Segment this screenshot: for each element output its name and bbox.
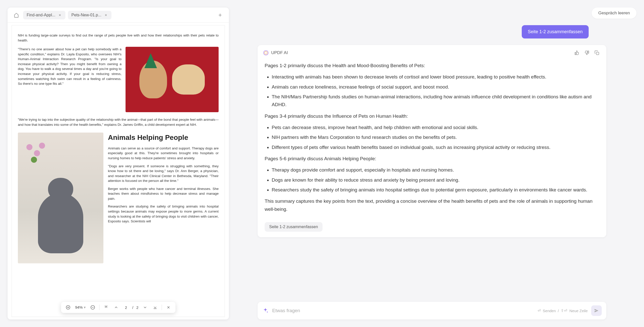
ai-list-2: Pets can decrease stress, improve heart … — [265, 124, 599, 151]
updf-ai-logo-icon — [263, 50, 269, 56]
close-controls-button[interactable] — [165, 304, 172, 311]
list-item: The NIH/Mars Partnership funds studies o… — [272, 93, 599, 109]
last-page-button[interactable] — [151, 304, 158, 311]
ai-list-3: Therapy dogs provide comfort and support… — [265, 166, 599, 194]
pdf-viewer-panel: Find-and-Appl... Pets-New-01.p... NIH is… — [8, 8, 229, 319]
tab-bar: Find-and-Appl... Pets-New-01.p... — [8, 8, 229, 23]
ai-section-intro: Pages 5-6 primarily discuss Animals Help… — [265, 155, 599, 162]
suggestion-chip[interactable]: Seite 1-2 zusammenfassen — [265, 222, 323, 232]
thumbs-down-icon — [584, 50, 589, 55]
tab-label: Find-and-Appl... — [27, 13, 55, 17]
ai-section-intro: Pages 3-4 primarily discuss the Influenc… — [265, 112, 599, 120]
tab-label: Pets-New-01.p... — [71, 13, 101, 17]
ai-list-1: Interacting with animals has been shown … — [265, 73, 599, 108]
prev-page-button[interactable] — [113, 304, 120, 311]
chevrons-up-icon — [104, 305, 108, 310]
user-message: Seite 1-2 zusammenfassen — [522, 25, 589, 38]
page-number-input[interactable] — [123, 305, 129, 310]
send-icon — [594, 308, 599, 313]
list-item: Interacting with animals has been shown … — [272, 73, 599, 81]
thumbs-up-button[interactable] — [573, 49, 581, 57]
keyboard-hints: ⏎Senden / ⇧⏎Neue Zeile — [538, 308, 588, 313]
chat-composer: ⏎Senden / ⇧⏎Neue Zeile — [258, 302, 606, 319]
list-item: Dogs are known for their ability to redu… — [272, 176, 599, 184]
chat-panel: Gespräch leeren Seite 1-2 zusammenfassen… — [229, 0, 644, 327]
page-total: 2 — [136, 305, 138, 310]
doc-para: Researchers are studying the safety of b… — [108, 204, 219, 224]
tab-pets-new[interactable]: Pets-New-01.p... — [68, 11, 111, 19]
clear-conversation-button[interactable]: Gespräch leeren — [592, 8, 636, 19]
svg-point-2 — [264, 51, 268, 55]
new-tab-button[interactable] — [216, 11, 224, 19]
list-item: Therapy dogs provide comfort and support… — [272, 166, 599, 174]
close-icon — [166, 305, 170, 309]
close-icon[interactable] — [104, 13, 108, 17]
copy-button[interactable] — [593, 49, 601, 57]
doc-intro: NIH is funding large-scale surveys to fi… — [18, 33, 219, 43]
copy-icon — [594, 50, 599, 55]
list-item: NIH partners with the Mars Corporation t… — [272, 133, 599, 141]
home-icon — [14, 13, 19, 18]
thumbs-down-button[interactable] — [583, 49, 591, 57]
close-icon[interactable] — [58, 13, 62, 17]
plus-circle-icon — [66, 305, 71, 310]
list-item: Pets can decrease stress, improve heart … — [272, 124, 599, 131]
zoom-in-button[interactable] — [65, 304, 72, 311]
chevron-up-icon — [114, 305, 118, 310]
doc-quote-1: "There's no one answer about how a pet c… — [18, 47, 122, 112]
minus-circle-icon — [90, 305, 95, 310]
tab-find-and-apply[interactable]: Find-and-Appl... — [23, 11, 65, 19]
document-viewport[interactable]: NIH is funding large-scale surveys to fi… — [8, 23, 229, 319]
doc-para: "Dogs are very present. If someone is st… — [108, 164, 219, 183]
ai-section-intro: Pages 1-2 primarily discuss the Health a… — [265, 62, 599, 69]
chat-input[interactable] — [272, 308, 534, 313]
cat-image — [18, 133, 103, 263]
ai-response-body: Pages 1-2 primarily discuss the Health a… — [258, 60, 606, 222]
doc-para: Animals can serve as a source of comfort… — [108, 146, 219, 161]
chevron-down-icon — [143, 305, 147, 310]
section-heading: Animals Helping People — [108, 133, 219, 143]
doc-para: Berger works with people who have cancer… — [108, 186, 219, 201]
first-page-button[interactable] — [103, 304, 110, 311]
page-controls: 94% ▾ / 2 — [61, 302, 176, 313]
doc-quote-2: "We're trying to tap into the subjective… — [18, 117, 219, 127]
list-item: Animals can reduce loneliness, increase … — [272, 83, 599, 91]
ai-response-card: UPDF AI Pages 1-2 primarily discuss the … — [258, 45, 606, 237]
list-item: Different types of pets offer various he… — [272, 143, 599, 151]
ai-closing: This summary captures the key points fro… — [265, 197, 599, 213]
page-sep: / — [132, 305, 133, 310]
zoom-level: 94% ▾ — [75, 305, 86, 310]
pdf-page: NIH is funding large-scale surveys to fi… — [12, 25, 225, 317]
next-page-button[interactable] — [141, 304, 148, 311]
zoom-out-button[interactable] — [89, 304, 96, 311]
send-button[interactable] — [591, 305, 602, 316]
sparkle-icon — [262, 307, 269, 314]
chevrons-down-icon — [153, 305, 157, 310]
plus-icon — [218, 13, 223, 18]
home-button[interactable] — [12, 11, 21, 19]
dogs-image — [126, 47, 219, 112]
ai-name-label: UPDF AI — [271, 50, 571, 55]
svg-rect-3 — [596, 52, 599, 55]
thumbs-up-icon — [574, 50, 579, 55]
list-item: Researchers study the safety of bringing… — [272, 186, 599, 194]
